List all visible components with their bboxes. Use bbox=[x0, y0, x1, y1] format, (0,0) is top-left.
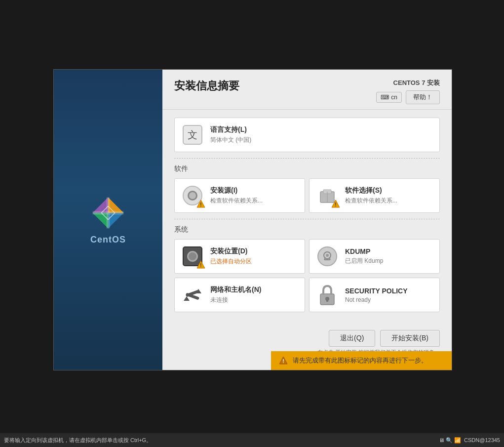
network-text: 网络和主机名(N) 未连接 bbox=[210, 285, 298, 304]
language-card[interactable]: 文 语言支持(L) 简体中文 (中国) bbox=[174, 118, 440, 152]
install-source-warning-icon: ! bbox=[196, 200, 205, 208]
software-cards: ! 安装源(I) 检查软件依赖关系... bbox=[174, 178, 440, 213]
install-location-title: 安装位置(D) bbox=[210, 247, 298, 256]
divider-2 bbox=[174, 219, 440, 219]
svg-marker-0 bbox=[92, 197, 108, 213]
language-title: 语言支持(L) bbox=[210, 125, 432, 134]
network-icon bbox=[182, 284, 203, 306]
kdump-card[interactable]: KDUMP 已启用 Kdump bbox=[309, 239, 440, 274]
centos-logo: CentOS bbox=[90, 195, 126, 245]
software-select-subtitle: 检查软件依赖关系... bbox=[345, 197, 432, 205]
software-select-title: 软件选择(S) bbox=[345, 186, 432, 195]
software-select-text: 软件选择(S) 检查软件依赖关系... bbox=[345, 186, 432, 205]
kdump-svg-icon bbox=[322, 251, 333, 262]
svg-text:!: ! bbox=[335, 202, 336, 207]
security-policy-card[interactable]: SECURITY POLICY Not ready bbox=[309, 278, 440, 312]
main-content: 安装信息摘要 CENTOS 7 安装 ⌨ cn 帮助！ 文 bbox=[162, 70, 452, 370]
status-text: 要将输入定向到该虚拟机，请在虚拟机内部单击或按 Ctrl+G。 bbox=[4, 437, 152, 444]
software-select-warning-icon: ! bbox=[331, 200, 340, 208]
footer-buttons: 退出(Q) 开始安装(B) bbox=[329, 330, 440, 347]
svg-rect-5 bbox=[92, 211, 123, 214]
status-right: 🖥 🔍 📶 CSDN@12345 bbox=[439, 437, 500, 444]
security-policy-icon bbox=[316, 284, 338, 306]
network-svg-icon bbox=[182, 284, 203, 306]
software-select-card[interactable]: ! 软件选择(S) 检查软件依赖关系... bbox=[309, 178, 440, 213]
language-text: 语言支持(L) 简体中文 (中国) bbox=[210, 125, 432, 144]
warning-bar-icon: ! bbox=[279, 356, 288, 365]
install-location-icon: ! bbox=[182, 245, 203, 267]
vm-window: CentOS 安装信息摘要 CENTOS 7 安装 ⌨ cn 帮助！ bbox=[53, 69, 452, 370]
status-icons: 🖥 🔍 📶 bbox=[439, 437, 461, 444]
language-glyph: 文 bbox=[188, 128, 197, 142]
svg-marker-24 bbox=[184, 296, 190, 301]
keyboard-icon: ⌨ bbox=[381, 94, 389, 101]
content-body: 文 语言支持(L) 简体中文 (中国) 软件 bbox=[162, 110, 452, 326]
software-select-icon: ! bbox=[316, 185, 338, 206]
svg-rect-27 bbox=[326, 299, 328, 302]
software-section-label: 软件 bbox=[174, 164, 440, 173]
header-controls: ⌨ cn 帮助！ bbox=[376, 90, 440, 104]
install-source-text: 安装源(I) 检查软件依赖关系... bbox=[210, 186, 298, 205]
install-location-warning-icon: ! bbox=[196, 260, 205, 269]
network-card[interactable]: 网络和主机名(N) 未连接 bbox=[174, 278, 305, 312]
page-title: 安装信息摘要 bbox=[174, 79, 239, 93]
header: 安装信息摘要 CENTOS 7 安装 ⌨ cn 帮助！ bbox=[162, 70, 452, 110]
system-cards: ! 安装位置(D) 已选择自动分区 bbox=[174, 239, 440, 312]
svg-marker-2 bbox=[92, 213, 108, 229]
install-source-icon: ! bbox=[182, 185, 203, 206]
keyboard-button[interactable]: ⌨ cn bbox=[376, 92, 402, 103]
header-right: CENTOS 7 安装 ⌨ cn 帮助！ bbox=[376, 79, 440, 104]
system-section-label: 系统 bbox=[174, 225, 440, 234]
security-policy-title: SECURITY POLICY bbox=[345, 287, 432, 295]
logo-text: CentOS bbox=[90, 235, 126, 245]
quit-button[interactable]: 退出(Q) bbox=[329, 330, 375, 347]
divider-1 bbox=[174, 158, 440, 159]
svg-text:!: ! bbox=[200, 263, 201, 268]
install-source-card[interactable]: ! 安装源(I) 检查软件依赖关系... bbox=[174, 178, 305, 213]
install-location-text: 安装位置(D) 已选择自动分区 bbox=[210, 247, 298, 266]
install-source-subtitle: 检查软件依赖关系... bbox=[210, 197, 298, 205]
language-subtitle: 简体中文 (中国) bbox=[210, 136, 432, 144]
language-icon: 文 bbox=[182, 124, 203, 146]
install-location-card[interactable]: ! 安装位置(D) 已选择自动分区 bbox=[174, 239, 305, 274]
security-policy-text: SECURITY POLICY Not ready bbox=[345, 287, 432, 303]
help-button[interactable]: 帮助！ bbox=[406, 90, 440, 104]
svg-marker-1 bbox=[108, 197, 124, 213]
keyboard-label: cn bbox=[391, 94, 397, 101]
centos-install-label: CENTOS 7 安装 bbox=[393, 79, 440, 87]
status-user: CSDN@12345 bbox=[464, 437, 500, 443]
sidebar: CentOS bbox=[54, 70, 162, 370]
kdump-text: KDUMP 已启用 Kdump bbox=[345, 247, 432, 265]
status-bar: 要将输入定向到该虚拟机，请在虚拟机内部单击或按 Ctrl+G。 🖥 🔍 📶 CS… bbox=[0, 433, 504, 447]
kdump-icon bbox=[316, 245, 338, 267]
install-button[interactable]: 开始安装(B) bbox=[380, 330, 440, 347]
svg-point-20 bbox=[326, 254, 329, 257]
svg-text:!: ! bbox=[200, 202, 201, 207]
install-source-title: 安装源(I) bbox=[210, 186, 298, 195]
warning-bar-text: 请先完成带有此图标标记的内容再进行下一步。 bbox=[293, 356, 427, 365]
svg-text:!: ! bbox=[282, 358, 284, 364]
warning-bar: ! 请先完成带有此图标标记的内容再进行下一步。 bbox=[271, 351, 452, 370]
centos-logo-icon bbox=[90, 195, 126, 231]
kdump-title: KDUMP bbox=[345, 247, 432, 255]
security-policy-subtitle: Not ready bbox=[345, 296, 432, 303]
network-subtitle: 未连接 bbox=[210, 296, 298, 304]
kdump-subtitle: 已启用 Kdump bbox=[345, 257, 432, 265]
network-title: 网络和主机名(N) bbox=[210, 285, 298, 294]
security-policy-svg-icon bbox=[317, 284, 337, 306]
svg-marker-3 bbox=[108, 213, 124, 229]
install-location-subtitle: 已选择自动分区 bbox=[210, 257, 298, 266]
